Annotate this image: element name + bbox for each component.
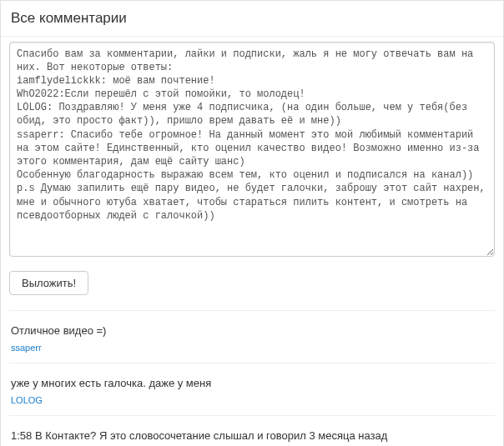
comment-text: уже у многих есть галочка. даже у меня: [11, 375, 493, 392]
comment-item: 1:58 В Контакте? Я это словосочетание сл…: [9, 415, 495, 446]
comment-textarea[interactable]: [9, 42, 495, 257]
comments-panel: Все комментарии Выложить! Отличное видео…: [0, 0, 504, 446]
comment-author[interactable]: ssaperr: [11, 341, 493, 355]
comment-author[interactable]: LOLOG: [11, 393, 493, 408]
panel-body: Выложить! Отличное видео =) ssaperr уже …: [1, 37, 503, 447]
page-title: Все комментарии: [1, 1, 503, 37]
comment-text: Отличное видео =): [11, 323, 493, 339]
comment-item: уже у многих есть галочка. даже у меня L…: [9, 363, 495, 410]
comment-text: 1:58 В Контакте? Я это словосочетание сл…: [11, 428, 493, 444]
comment-item: Отличное видео =) ssaperr: [9, 310, 495, 358]
submit-button[interactable]: Выложить!: [9, 271, 88, 295]
